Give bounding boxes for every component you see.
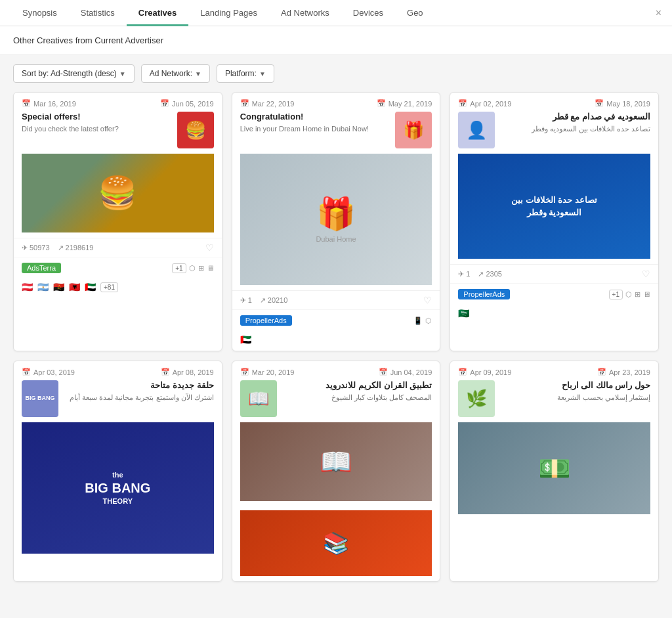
card-header: 📅 Mar 22, 2019 📅 May 21, 2019: [232, 93, 440, 112]
heart-icon[interactable]: ♡: [423, 295, 432, 305]
card-footer: PropellerAds +1 ⬡ ⊞ 🖥: [450, 283, 658, 305]
card-5: 📅 Mar 20, 2019 📅 Jun 04, 2019 تطبيق القر…: [232, 361, 441, 582]
desktop-icon: 🖥: [207, 264, 214, 272]
card-header: 📅 Apr 03, 2019 📅 Apr 08, 2019: [14, 361, 222, 380]
calendar-icon-2: 📅: [160, 99, 169, 108]
card-body: Congratulation! Live in your Dream Home …: [232, 112, 440, 154]
network-badge-adsterra: AdsTerra: [22, 263, 61, 273]
date-end: 📅 Apr 23, 2019: [597, 368, 650, 376]
card-stats: ✈ 1 ↗ 20210 ♡: [232, 290, 440, 309]
top-nav: Synopsis Statistics Creatives Landing Pa…: [0, 0, 672, 26]
calendar-icon-2: 📅: [377, 99, 386, 108]
card-thumb: 👤: [458, 112, 495, 148]
card-header: 📅 Mar 20, 2019 📅 Jun 04, 2019: [232, 361, 440, 380]
tab-ad-networks[interactable]: Ad Networks: [269, 0, 341, 26]
card-footer: AdsTerra +1 ⬡ ⊞ 🖥: [14, 257, 222, 278]
android-icon: ⬡: [189, 264, 196, 273]
trend-value: 2305: [486, 270, 501, 278]
platform-filter[interactable]: Platform: ▼: [217, 64, 274, 83]
heart-icon[interactable]: ♡: [642, 269, 650, 279]
trend-icon: ↗: [478, 270, 484, 278]
date-start: 📅 Mar 22, 2019: [240, 99, 295, 108]
card-thumb: 🍔: [177, 112, 214, 148]
quran-icon: 📖: [248, 389, 269, 409]
card-text: Congratulation! Live in your Dream Home …: [240, 112, 390, 148]
card-body: حول راس مالك الى ارباح إستثمار إسلامي بح…: [450, 380, 658, 422]
network-badge-propeller: PropellerAds: [458, 289, 510, 299]
calendar-icon: 📅: [458, 368, 467, 376]
platform-icons: +1 ⬡ ⊞ 🖥: [172, 263, 213, 273]
platform-icons: +1 ⬡ ⊞ 🖥: [609, 290, 650, 299]
card-main-image: 🍔: [14, 154, 222, 238]
android-icon: ⬡: [425, 317, 432, 325]
date-end: 📅 Jun 05, 2019: [160, 99, 214, 108]
reach-icon: ✈: [458, 270, 464, 278]
flag-sa: 🇸🇦: [458, 309, 471, 318]
tab-geo[interactable]: Geo: [395, 0, 435, 26]
page-header: Other Creatives from Current Advertiser: [0, 26, 672, 55]
close-button[interactable]: ×: [656, 7, 662, 19]
tab-creatives[interactable]: Creatives: [127, 0, 189, 26]
card-main-image: 💵: [450, 422, 658, 519]
network-badge-propeller: PropellerAds: [240, 315, 292, 326]
card-title: حلقة جديدة متاحة: [64, 380, 214, 390]
calendar-icon-2: 📅: [161, 368, 170, 376]
reach-icon: ✈: [240, 296, 246, 305]
card-desc: إستثمار إسلامي بحسب الشريعة: [500, 393, 650, 403]
card-main-image: تصاعد حدة الخلافات بينالسعودية وقطر: [450, 154, 658, 264]
card-4: 📅 Apr 03, 2019 📅 Apr 08, 2019 حلقة جديدة…: [13, 361, 222, 582]
desktop-icon: 🖥: [643, 290, 650, 298]
flag-at: 🇦🇹: [22, 282, 35, 292]
trend-value: 2198619: [66, 244, 94, 252]
flag-ae: 🇦🇪: [240, 335, 253, 344]
tab-devices[interactable]: Devices: [341, 0, 395, 26]
sort-filter[interactable]: Sort by: Ad-Strength (desc) ▼: [13, 64, 135, 83]
card-title: حول راس مالك الى ارباح: [500, 380, 650, 390]
cards-container: 📅 Mar 16, 2019 📅 Jun 05, 2019 Special of…: [0, 92, 672, 595]
date-start: 📅 Apr 09, 2019: [458, 368, 511, 376]
tab-synopsis[interactable]: Synopsis: [10, 0, 69, 26]
card-body: السعوديه في صدام مع قطر تصاعد حده الخلاف…: [450, 112, 658, 154]
card-header: 📅 Mar 16, 2019 📅 Jun 05, 2019: [14, 93, 222, 112]
card-thumb: BIG BANG: [22, 380, 58, 417]
card-3: 📅 Apr 02, 2019 📅 May 18, 2019 السعوديه ف…: [450, 92, 659, 351]
card-main-image-2: 📚: [232, 510, 440, 581]
heart-icon[interactable]: ♡: [205, 242, 214, 253]
card-text: حلقة جديدة متاحة اشترك الآن واستمتع بتجر…: [64, 380, 214, 417]
card-thumb: 🎁: [395, 112, 432, 148]
card-flags: 🇦🇹 🇦🇷 🇦🇴 🇦🇱 🇦🇪 +81: [14, 282, 222, 299]
flag-ao: 🇦🇴: [53, 282, 66, 292]
card-1: 📅 Mar 16, 2019 📅 Jun 05, 2019 Special of…: [13, 92, 222, 351]
date-end: 📅 May 18, 2019: [595, 99, 650, 108]
card-title: Congratulation!: [240, 112, 390, 121]
card-header: 📅 Apr 09, 2019 📅 Apr 23, 2019: [450, 361, 658, 380]
network-filter[interactable]: Ad Network: ▼: [141, 64, 210, 83]
card-flags: 🇸🇦: [450, 309, 658, 324]
date-start: 📅 Apr 02, 2019: [458, 99, 511, 108]
tab-statistics[interactable]: Statistics: [69, 0, 127, 26]
platform-arrow-icon: ▼: [259, 70, 266, 77]
android-icon: ⬡: [625, 290, 632, 299]
calendar-icon: 📅: [458, 99, 467, 108]
date-start: 📅 Mar 16, 2019: [22, 99, 76, 108]
flag-ae: 🇦🇪: [85, 282, 98, 292]
reach-icon: ✈: [22, 244, 28, 252]
tab-landing-pages[interactable]: Landing Pages: [188, 0, 269, 26]
filters-bar: Sort by: Ad-Strength (desc) ▼ Ad Network…: [0, 55, 672, 92]
calendar-icon: 📅: [22, 368, 31, 376]
sort-arrow-icon: ▼: [119, 70, 126, 77]
card-title: تطبيق القران الكريم للاندرويد: [282, 380, 432, 390]
calendar-icon-2: 📅: [595, 99, 604, 108]
card-stats: ✈ 1 ↗ 2305 ♡: [450, 264, 658, 283]
network-arrow-icon: ▼: [195, 70, 201, 77]
card-text: تطبيق القران الكريم للاندرويد المصحف كام…: [282, 380, 432, 417]
date-end: 📅 Jun 04, 2019: [379, 368, 432, 376]
flag-ar: 🇦🇷: [37, 282, 51, 292]
quran2-image: 📚: [240, 510, 432, 576]
calendar-icon: 📅: [240, 99, 249, 108]
platform-icons: 📱 ⬡: [413, 317, 432, 325]
card-body: تطبيق القران الكريم للاندرويد المصحف كام…: [232, 380, 440, 422]
card-header: 📅 Apr 02, 2019 📅 May 18, 2019: [450, 93, 658, 112]
card-thumb: 🌿: [458, 380, 495, 417]
reach-value: 1: [466, 270, 470, 278]
